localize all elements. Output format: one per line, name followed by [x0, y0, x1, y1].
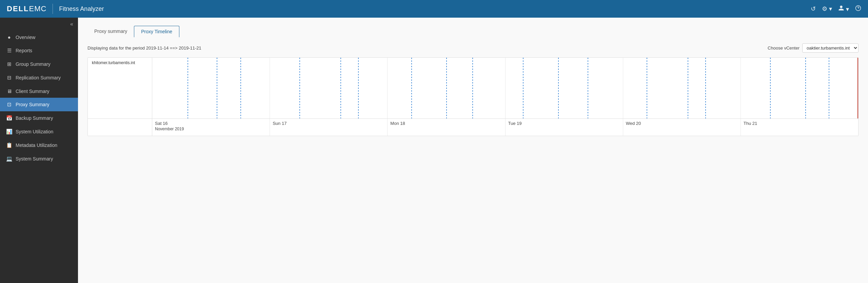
help-icon[interactable] — [855, 5, 861, 13]
chart-xaxis-day-4: Wed 20 — [623, 119, 741, 136]
data-line — [446, 58, 447, 118]
vcenter-label: Choose vCenter — [768, 45, 800, 51]
chart-data-row — [152, 58, 858, 119]
nav-icon-backup-summary: 📅 — [6, 115, 12, 121]
sidebar-item-client-summary[interactable]: 🖥 Client Summary — [0, 84, 78, 98]
chart-data-area: Sat 16 November 2019 Sun 17 Mon 18 — [152, 58, 858, 136]
nav-label-client-summary: Client Summary — [16, 89, 72, 94]
nav-icon-reports: ☰ — [6, 48, 12, 54]
data-line — [240, 58, 241, 118]
data-line — [299, 58, 300, 118]
chart-day-col-4 — [623, 58, 741, 118]
data-line — [829, 58, 829, 118]
nav-label-overview: Overview — [16, 35, 72, 40]
data-line — [411, 58, 412, 118]
data-line — [523, 58, 524, 118]
nav-icon-group-summary: ⊞ — [6, 61, 12, 67]
month-label: November 2019 — [155, 127, 267, 131]
tab-proxy-summary[interactable]: Proxy summary — [87, 26, 134, 37]
chart-xaxis-day-2: Mon 18 — [388, 119, 505, 136]
vcenter-select[interactable]: oaktier.turbamentis.int — [802, 43, 859, 53]
data-line — [770, 58, 771, 118]
day-label-2: Mon 18 — [390, 121, 502, 126]
chart-day-col-3 — [506, 58, 623, 118]
chart-xaxis-day-3: Tue 19 — [506, 119, 623, 136]
sidebar-item-group-summary[interactable]: ⊞ Group Summary — [0, 57, 78, 71]
chart-xaxis-day-0: Sat 16 November 2019 — [152, 119, 270, 136]
red-marker-line — [857, 58, 858, 118]
refresh-icon[interactable]: ↺ — [811, 5, 816, 13]
tab-proxy-timeline[interactable]: Proxy Timeline — [134, 26, 179, 37]
sidebar-item-system-summary[interactable]: 💻 System Summary — [0, 152, 78, 166]
chart-day-col-0 — [152, 58, 270, 118]
chart-row-label: khitomer.turbamentis.int — [88, 58, 152, 119]
chart-xaxis: Sat 16 November 2019 Sun 17 Mon 18 — [152, 119, 858, 136]
data-line — [217, 58, 217, 118]
sidebar-collapse-button[interactable]: « — [0, 18, 78, 31]
day-label-4: Wed 20 — [626, 121, 738, 126]
data-line — [558, 58, 559, 118]
chart-grid: khitomer.turbamentis.int — [88, 58, 858, 136]
logo-dell: DELL — [7, 4, 29, 13]
day-label-1: Sun 17 — [273, 121, 384, 126]
data-line — [358, 58, 359, 118]
nav-label-backup-summary: Backup Summary — [16, 115, 72, 121]
sidebar-nav: ● Overview ☰ Reports ⊞ Group Summary ⊟ R… — [0, 31, 78, 166]
user-icon[interactable]: ▾ — [838, 5, 849, 13]
data-line — [340, 58, 341, 118]
chart-xaxis-day-5: Thu 21 — [741, 119, 858, 136]
sidebar-item-system-utilization[interactable]: 📊 System Utilization — [0, 125, 78, 138]
header-divider — [53, 4, 53, 14]
chart-day-col-2 — [388, 58, 505, 118]
chart-xaxis-days: Sat 16 November 2019 Sun 17 Mon 18 — [152, 119, 858, 136]
data-line — [705, 58, 706, 118]
chart-rows — [152, 58, 858, 119]
chart-xaxis-day-1: Sun 17 — [270, 119, 388, 136]
app-title: Fitness Analyzer — [59, 5, 104, 13]
nav-icon-replication-summary: ⊟ — [6, 75, 12, 81]
collapse-icon: « — [70, 21, 73, 27]
settings-icon[interactable]: ⚙ ▾ — [822, 5, 832, 13]
header-actions: ↺ ⚙ ▾ ▾ — [811, 5, 861, 13]
day-label-5: Thu 21 — [744, 121, 855, 126]
nav-icon-system-utilization: 📊 — [6, 129, 12, 135]
nav-label-proxy-summary: Proxy Summary — [16, 102, 72, 107]
sidebar-item-reports[interactable]: ☰ Reports — [0, 44, 78, 57]
sidebar-item-proxy-summary[interactable]: ⊡ Proxy Summary — [0, 98, 78, 111]
nav-icon-metadata-utilization: 📋 — [6, 142, 12, 148]
tab-bar: Proxy summary Proxy Timeline — [87, 26, 859, 37]
main-area: Proxy summary Proxy Timeline Displaying … — [78, 18, 868, 283]
data-line — [588, 58, 588, 118]
data-line — [647, 58, 647, 118]
data-line — [805, 58, 806, 118]
nav-label-replication-summary: Replication Summary — [16, 75, 72, 80]
period-bar: Displaying data for the period 2019-11-1… — [87, 43, 859, 53]
chart-label-col: khitomer.turbamentis.int — [88, 58, 152, 136]
sidebar-item-overview[interactable]: ● Overview — [0, 31, 78, 44]
main-content: Proxy summary Proxy Timeline Displaying … — [78, 18, 868, 283]
sidebar-item-replication-summary[interactable]: ⊟ Replication Summary — [0, 71, 78, 84]
nav-icon-client-summary: 🖥 — [6, 88, 12, 94]
sidebar-item-backup-summary[interactable]: 📅 Backup Summary — [0, 111, 78, 125]
data-line — [188, 58, 188, 118]
data-line — [472, 58, 473, 118]
sidebar: « ● Overview ☰ Reports ⊞ Group Summary ⊟… — [0, 18, 78, 283]
chart-day-col-1 — [270, 58, 388, 118]
nav-label-group-summary: Group Summary — [16, 61, 72, 67]
data-line — [688, 58, 688, 118]
nav-label-system-summary: System Summary — [16, 156, 72, 162]
nav-label-metadata-utilization: Metadata Utilization — [16, 143, 72, 148]
nav-icon-overview: ● — [6, 34, 12, 40]
timeline-chart: khitomer.turbamentis.int — [87, 57, 859, 136]
chart-day-col-5 — [741, 58, 858, 118]
app-layout: « ● Overview ☰ Reports ⊞ Group Summary ⊟… — [0, 18, 868, 283]
day-label-0: Sat 16 — [155, 121, 267, 126]
period-text: Displaying data for the period 2019-11-1… — [87, 45, 201, 51]
logo-emc: EMC — [29, 4, 46, 13]
app-header: DELLEMC Fitness Analyzer ↺ ⚙ ▾ ▾ — [0, 0, 868, 18]
nav-label-system-utilization: System Utilization — [16, 129, 72, 134]
day-label-3: Tue 19 — [508, 121, 620, 126]
sidebar-item-metadata-utilization[interactable]: 📋 Metadata Utilization — [0, 138, 78, 152]
nav-icon-proxy-summary: ⊡ — [6, 101, 12, 108]
nav-label-reports: Reports — [16, 48, 72, 53]
